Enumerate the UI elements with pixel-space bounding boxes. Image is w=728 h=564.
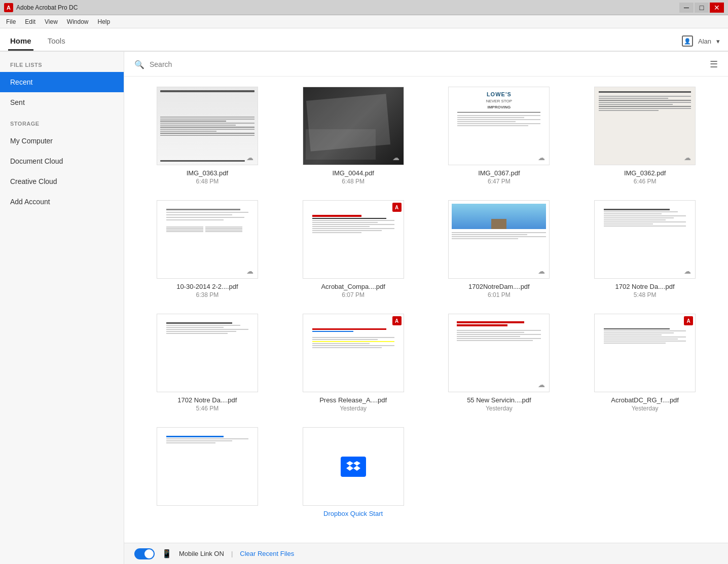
file-time: Yesterday bbox=[486, 405, 513, 412]
file-item[interactable]: A AcrobatDC_RG_f....pdf Yesterday bbox=[577, 314, 713, 412]
cloud-badge: ☁ bbox=[538, 154, 545, 162]
file-thumb: ☁ bbox=[157, 200, 258, 279]
svg-marker-1 bbox=[353, 461, 360, 471]
file-name: IMG_0362.pdf bbox=[624, 169, 666, 177]
file-thumb: ☁ bbox=[594, 200, 696, 279]
file-thumb: ☁ bbox=[303, 87, 404, 165]
title-bar-text: Adobe Acrobat Pro DC bbox=[16, 4, 78, 11]
file-item[interactable]: ☁ 10-30-2014 2-2....pdf 6:38 PM bbox=[139, 200, 275, 298]
cloud-badge: ☁ bbox=[538, 267, 545, 275]
clear-recent-files-link[interactable]: Clear Recent Files bbox=[240, 550, 294, 557]
toggle-knob bbox=[144, 549, 154, 558]
sidebar: FILE LISTS Recent Sent STORAGE My Comput… bbox=[0, 52, 124, 564]
file-time: 6:07 PM bbox=[342, 291, 365, 298]
dropbox-logo bbox=[341, 457, 366, 477]
sidebar-item-document-cloud[interactable]: Document Cloud bbox=[0, 151, 124, 171]
main-layout: FILE LISTS Recent Sent STORAGE My Comput… bbox=[0, 52, 728, 564]
file-item[interactable]: ☁ 55 New Servicin....pdf Yesterday bbox=[431, 314, 567, 412]
main-tabs: Home Tools bbox=[8, 31, 67, 51]
footer: 📱 Mobile Link ON | Clear Recent Files bbox=[124, 543, 728, 564]
content-area: 🔍 ☰ bbox=[124, 52, 728, 564]
file-item[interactable]: ☁ IMG_0362.pdf 6:46 PM bbox=[577, 87, 713, 185]
file-thumb: ☁ bbox=[594, 87, 696, 165]
search-wrap: 🔍 bbox=[134, 60, 710, 69]
file-item[interactable]: ☁ IMG_0044.pdf 6:48 PM bbox=[285, 87, 421, 185]
file-item[interactable]: Dropbox Quick Start bbox=[285, 427, 421, 518]
title-bar: A Adobe Acrobat Pro DC ─ □ ✕ bbox=[0, 0, 728, 15]
tab-right: 👤 Alan ▾ bbox=[682, 35, 720, 51]
menu-bar: File Edit View Window Help bbox=[0, 15, 728, 28]
file-grid-inner: ☁ IMG_0363.pdf 6:48 PM ☁ IMG_0044.pdf bbox=[139, 87, 713, 518]
mobile-icon: 📱 bbox=[162, 549, 172, 558]
file-lists-label: FILE LISTS bbox=[0, 62, 124, 72]
user-icon: 👤 bbox=[682, 35, 693, 47]
tab-tools[interactable]: Tools bbox=[46, 31, 67, 51]
search-input[interactable] bbox=[150, 60, 710, 68]
cloud-badge: ☁ bbox=[684, 267, 691, 275]
storage-label: STORAGE bbox=[0, 121, 124, 131]
title-bar-left: A Adobe Acrobat Pro DC bbox=[4, 3, 78, 12]
file-item[interactable]: ☁ IMG_0363.pdf 6:48 PM bbox=[139, 87, 275, 185]
sidebar-item-my-computer[interactable]: My Computer bbox=[0, 131, 124, 151]
file-name: 55 New Servicin....pdf bbox=[467, 396, 531, 404]
sidebar-item-sent[interactable]: Sent bbox=[0, 92, 124, 112]
file-item[interactable] bbox=[139, 427, 275, 518]
file-name: Acrobat_Compa....pdf bbox=[321, 283, 385, 290]
file-thumb: A bbox=[594, 314, 696, 392]
file-name: IMG_0363.pdf bbox=[187, 169, 228, 177]
sidebar-item-add-account[interactable]: Add Account bbox=[0, 192, 124, 212]
cloud-badge: ☁ bbox=[684, 154, 691, 162]
user-dropdown-icon[interactable]: ▾ bbox=[716, 37, 720, 45]
file-time: Yesterday bbox=[340, 405, 367, 412]
menu-help[interactable]: Help bbox=[94, 17, 115, 27]
search-bar: 🔍 ☰ bbox=[124, 52, 728, 77]
file-name: 1702 Notre Da....pdf bbox=[177, 396, 237, 404]
file-item[interactable]: 1702 Notre Da....pdf 5:46 PM bbox=[139, 314, 275, 412]
sidebar-item-recent[interactable]: Recent bbox=[0, 72, 124, 92]
file-time: 6:48 PM bbox=[196, 178, 219, 185]
file-thumb: A bbox=[303, 200, 404, 279]
menu-view[interactable]: View bbox=[41, 17, 62, 27]
file-thumb: LOWE'S NEVER STOP IMPROVING ☁ bbox=[448, 87, 550, 165]
file-item[interactable]: LOWE'S NEVER STOP IMPROVING ☁ bbox=[431, 87, 567, 185]
tab-home[interactable]: Home bbox=[8, 31, 33, 51]
adobe-icon: A bbox=[4, 3, 13, 12]
svg-marker-0 bbox=[346, 461, 353, 471]
file-name: IMG_0044.pdf bbox=[332, 169, 374, 177]
file-time: 5:46 PM bbox=[196, 405, 219, 412]
file-name: 1702NotreDam....pdf bbox=[468, 283, 530, 290]
minimize-button[interactable]: ─ bbox=[679, 3, 694, 13]
file-item[interactable]: ☁ 1702NotreDam....pdf 6:01 PM bbox=[431, 200, 567, 298]
file-name: IMG_0367.pdf bbox=[478, 169, 520, 177]
restore-button[interactable]: □ bbox=[695, 3, 709, 13]
search-icon: 🔍 bbox=[134, 60, 144, 69]
file-item[interactable]: A Press Release_A....pdf Yesterday bbox=[285, 314, 421, 412]
mobile-link-toggle[interactable] bbox=[134, 548, 155, 559]
file-item[interactable]: ☁ 1702 Notre Da....pdf 5:48 PM bbox=[577, 200, 713, 298]
user-name: Alan bbox=[698, 37, 711, 45]
cloud-badge: ☁ bbox=[246, 154, 253, 162]
file-thumb: ☁ bbox=[448, 200, 550, 279]
dropbox-thumb bbox=[308, 432, 398, 502]
sidebar-item-creative-cloud[interactable]: Creative Cloud bbox=[0, 171, 124, 192]
file-grid: ☁ IMG_0363.pdf 6:48 PM ☁ IMG_0044.pdf bbox=[124, 77, 728, 543]
close-button[interactable]: ✕ bbox=[710, 3, 724, 13]
menu-file[interactable]: File bbox=[2, 17, 20, 27]
adobe-badge: A bbox=[684, 316, 693, 325]
file-time: 6:47 PM bbox=[488, 178, 511, 185]
file-time: 5:48 PM bbox=[634, 291, 657, 298]
menu-edit[interactable]: Edit bbox=[21, 17, 40, 27]
adobe-badge: A bbox=[392, 316, 402, 325]
file-name: 1702 Notre Da....pdf bbox=[615, 283, 675, 290]
tab-bar: Home Tools 👤 Alan ▾ bbox=[0, 28, 728, 52]
window-controls: ─ □ ✕ bbox=[679, 3, 724, 13]
file-item[interactable]: A Acrobat_Compa....pdf 6:07 PM bbox=[285, 200, 421, 298]
list-view-icon[interactable]: ☰ bbox=[710, 59, 718, 70]
file-time: 6:48 PM bbox=[342, 178, 365, 185]
file-thumb bbox=[303, 427, 404, 506]
menu-window[interactable]: Window bbox=[63, 17, 93, 27]
file-time: Yesterday bbox=[632, 405, 659, 412]
file-name: AcrobatDC_RG_f....pdf bbox=[611, 396, 679, 404]
cloud-badge: ☁ bbox=[538, 381, 545, 389]
footer-divider: | bbox=[231, 550, 233, 557]
